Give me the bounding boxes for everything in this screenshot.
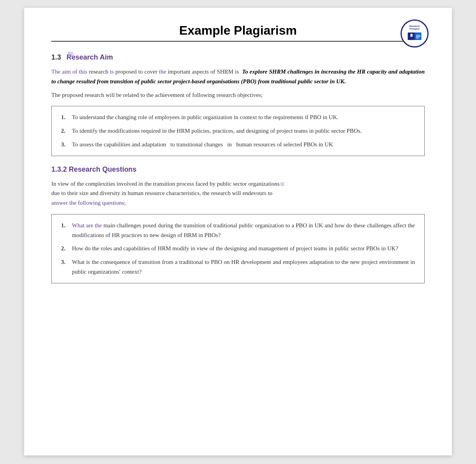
list-item: 3. To assess the capabilities and adapta…	[61, 140, 415, 149]
list-num-3: 3.	[61, 140, 65, 149]
document-page: ResearchProspect Example Plagiarism 1.3 …	[24, 8, 452, 455]
q-num-1: 1.	[61, 221, 65, 230]
answer-following-highlight: answer the following questions;	[51, 200, 126, 206]
section-1-3-heading: 1.3 Research Aim	[51, 53, 425, 62]
list-item: 1. What are the main challenges posed du…	[61, 221, 415, 240]
intro-highlight: The aim of this	[51, 69, 87, 75]
intro-highlight-3: the	[159, 69, 166, 75]
q1-highlight: What are the	[72, 222, 102, 228]
objectives-list: 1. To understand the changing role of em…	[61, 112, 415, 149]
logo-book-icon	[408, 31, 422, 42]
logo: ResearchProspect	[401, 19, 429, 47]
bold-aim-text: To explore SHRM challenges in increasing…	[51, 69, 425, 84]
research-questions-text: In view of the complexities involved in …	[51, 179, 425, 208]
research-aim-followup: The proposed research will be related to…	[51, 90, 425, 100]
page-title: Example Plagiarism	[51, 23, 425, 42]
q-num-2: 2.	[61, 244, 65, 253]
section-1-3-number: 1.3	[51, 53, 61, 62]
list-item: 1. To understand the changing role of em…	[61, 112, 415, 122]
logo-text: ResearchProspect	[409, 25, 420, 30]
list-item: 2. How do the roles and capabilities of …	[61, 244, 415, 253]
objectives-box: 1. To understand the changing role of em…	[51, 106, 425, 156]
section-1-3-2-title: Research Questions	[69, 165, 136, 173]
list-num-2: 2.	[61, 126, 65, 136]
highlight-marker-1	[68, 52, 73, 57]
section-1-3-title: Research Aim	[66, 53, 113, 62]
highlight-marker-inline-1	[280, 182, 284, 186]
section-1-3-2-number: 1.3.2	[51, 165, 67, 173]
list-num-1: 1.	[61, 112, 65, 122]
svg-rect-1	[415, 33, 422, 40]
intro-highlight-2: is	[110, 69, 114, 75]
questions-list: 1. What are the main challenges posed du…	[61, 221, 415, 277]
list-item: 2. To identify the modifications require…	[61, 126, 415, 136]
questions-box: 1. What are the main challenges posed du…	[51, 214, 425, 283]
list-item: 3. What is the consequence of transition…	[61, 257, 415, 277]
q-num-3: 3.	[61, 257, 65, 267]
section-1-3-2-heading: 1.3.2 Research Questions	[51, 165, 425, 174]
svg-rect-2	[414, 33, 415, 40]
research-aim-text: The aim of this research is proposed to …	[51, 67, 425, 86]
